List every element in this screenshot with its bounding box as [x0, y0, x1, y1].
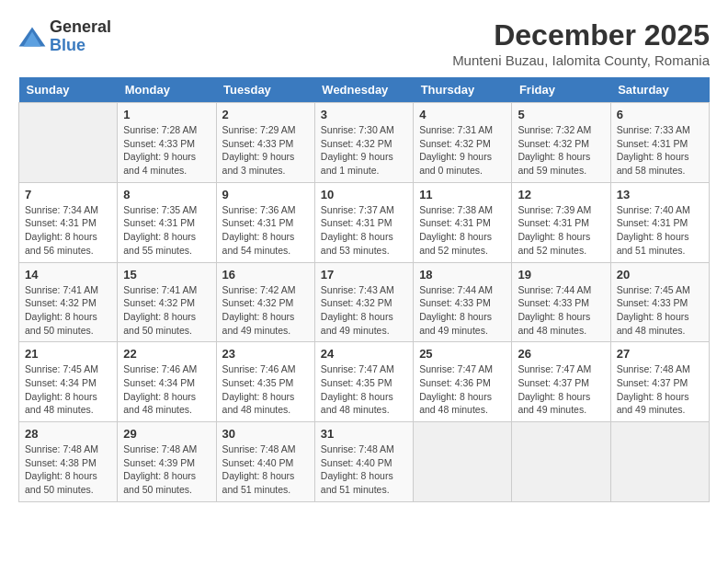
day-info: Sunrise: 7:48 AM Sunset: 4:39 PM Dayligh…	[123, 442, 210, 497]
calendar-cell: 12Sunrise: 7:39 AM Sunset: 4:31 PM Dayli…	[512, 182, 610, 262]
day-info: Sunrise: 7:46 AM Sunset: 4:34 PM Dayligh…	[123, 362, 210, 417]
calendar-table: SundayMondayTuesdayWednesdayThursdayFrid…	[18, 77, 710, 502]
header-thursday: Thursday	[414, 77, 512, 103]
day-info: Sunrise: 7:35 AM Sunset: 4:31 PM Dayligh…	[123, 203, 210, 258]
calendar-cell: 18Sunrise: 7:44 AM Sunset: 4:33 PM Dayli…	[414, 262, 512, 342]
calendar-cell: 20Sunrise: 7:45 AM Sunset: 4:33 PM Dayli…	[610, 262, 709, 342]
day-info: Sunrise: 7:33 AM Sunset: 4:31 PM Dayligh…	[617, 123, 703, 178]
calendar-cell: 17Sunrise: 7:43 AM Sunset: 4:32 PM Dayli…	[314, 262, 413, 342]
day-number: 21	[25, 347, 111, 361]
day-info: Sunrise: 7:47 AM Sunset: 4:36 PM Dayligh…	[419, 362, 506, 417]
day-number: 22	[123, 347, 210, 361]
day-info: Sunrise: 7:45 AM Sunset: 4:33 PM Dayligh…	[617, 283, 703, 338]
day-info: Sunrise: 7:45 AM Sunset: 4:34 PM Dayligh…	[25, 362, 111, 417]
calendar-cell	[414, 422, 512, 502]
calendar-cell: 1Sunrise: 7:28 AM Sunset: 4:33 PM Daylig…	[118, 103, 216, 183]
header-friday: Friday	[512, 77, 610, 103]
calendar-cell: 24Sunrise: 7:47 AM Sunset: 4:35 PM Dayli…	[314, 342, 413, 422]
day-number: 5	[518, 108, 604, 121]
day-info: Sunrise: 7:42 AM Sunset: 4:32 PM Dayligh…	[222, 283, 309, 338]
week-row-3: 21Sunrise: 7:45 AM Sunset: 4:34 PM Dayli…	[19, 342, 710, 422]
day-info: Sunrise: 7:48 AM Sunset: 4:37 PM Dayligh…	[617, 362, 703, 417]
day-number: 20	[617, 268, 703, 282]
calendar-cell: 26Sunrise: 7:47 AM Sunset: 4:37 PM Dayli…	[512, 342, 610, 422]
day-info: Sunrise: 7:31 AM Sunset: 4:32 PM Dayligh…	[419, 123, 506, 178]
day-number: 28	[25, 427, 111, 441]
calendar-cell	[610, 422, 709, 502]
day-number: 8	[123, 188, 210, 201]
day-info: Sunrise: 7:44 AM Sunset: 4:33 PM Dayligh…	[419, 283, 506, 338]
day-number: 17	[321, 268, 407, 282]
week-row-0: 1Sunrise: 7:28 AM Sunset: 4:33 PM Daylig…	[19, 103, 710, 183]
day-number: 2	[222, 108, 309, 121]
day-info: Sunrise: 7:46 AM Sunset: 4:35 PM Dayligh…	[222, 362, 309, 417]
header-monday: Monday	[118, 77, 216, 103]
day-info: Sunrise: 7:39 AM Sunset: 4:31 PM Dayligh…	[518, 203, 604, 258]
calendar-cell: 30Sunrise: 7:48 AM Sunset: 4:40 PM Dayli…	[216, 422, 314, 502]
day-info: Sunrise: 7:34 AM Sunset: 4:31 PM Dayligh…	[25, 203, 111, 258]
day-info: Sunrise: 7:44 AM Sunset: 4:33 PM Dayligh…	[518, 283, 604, 338]
calendar-cell: 5Sunrise: 7:32 AM Sunset: 4:32 PM Daylig…	[512, 103, 610, 183]
day-info: Sunrise: 7:38 AM Sunset: 4:31 PM Dayligh…	[419, 203, 506, 258]
calendar-cell: 31Sunrise: 7:48 AM Sunset: 4:40 PM Dayli…	[314, 422, 413, 502]
day-number: 25	[419, 347, 506, 361]
calendar-cell: 2Sunrise: 7:29 AM Sunset: 4:33 PM Daylig…	[216, 103, 314, 183]
day-info: Sunrise: 7:36 AM Sunset: 4:31 PM Dayligh…	[222, 203, 309, 258]
day-info: Sunrise: 7:29 AM Sunset: 4:33 PM Dayligh…	[222, 123, 309, 178]
header-wednesday: Wednesday	[314, 77, 413, 103]
day-number: 30	[222, 427, 309, 441]
calendar-cell: 19Sunrise: 7:44 AM Sunset: 4:33 PM Dayli…	[512, 262, 610, 342]
day-info: Sunrise: 7:43 AM Sunset: 4:32 PM Dayligh…	[321, 283, 407, 338]
day-info: Sunrise: 7:48 AM Sunset: 4:40 PM Dayligh…	[222, 442, 309, 497]
day-number: 14	[25, 268, 111, 282]
day-info: Sunrise: 7:47 AM Sunset: 4:37 PM Dayligh…	[518, 362, 604, 417]
day-number: 1	[123, 108, 210, 121]
week-row-1: 7Sunrise: 7:34 AM Sunset: 4:31 PM Daylig…	[19, 182, 710, 262]
day-number: 4	[419, 108, 506, 121]
header-tuesday: Tuesday	[216, 77, 314, 103]
calendar-cell: 15Sunrise: 7:41 AM Sunset: 4:32 PM Dayli…	[118, 262, 216, 342]
day-info: Sunrise: 7:28 AM Sunset: 4:33 PM Dayligh…	[123, 123, 210, 178]
calendar-header-row: SundayMondayTuesdayWednesdayThursdayFrid…	[19, 77, 710, 103]
logo-text-general: General	[50, 18, 111, 37]
calendar-cell: 23Sunrise: 7:46 AM Sunset: 4:35 PM Dayli…	[216, 342, 314, 422]
calendar-cell	[19, 103, 118, 183]
day-number: 29	[123, 427, 210, 441]
day-info: Sunrise: 7:37 AM Sunset: 4:31 PM Dayligh…	[321, 203, 407, 258]
day-number: 31	[321, 427, 407, 441]
calendar-cell: 28Sunrise: 7:48 AM Sunset: 4:38 PM Dayli…	[19, 422, 118, 502]
day-number: 13	[617, 188, 703, 201]
calendar-cell: 4Sunrise: 7:31 AM Sunset: 4:32 PM Daylig…	[414, 103, 512, 183]
day-number: 15	[123, 268, 210, 282]
calendar-cell: 22Sunrise: 7:46 AM Sunset: 4:34 PM Dayli…	[118, 342, 216, 422]
calendar-cell: 29Sunrise: 7:48 AM Sunset: 4:39 PM Dayli…	[118, 422, 216, 502]
day-number: 26	[518, 347, 604, 361]
calendar-cell: 27Sunrise: 7:48 AM Sunset: 4:37 PM Dayli…	[610, 342, 709, 422]
day-number: 18	[419, 268, 506, 282]
day-number: 6	[617, 108, 703, 121]
day-info: Sunrise: 7:30 AM Sunset: 4:32 PM Dayligh…	[321, 123, 407, 178]
week-row-4: 28Sunrise: 7:48 AM Sunset: 4:38 PM Dayli…	[19, 422, 710, 502]
week-row-2: 14Sunrise: 7:41 AM Sunset: 4:32 PM Dayli…	[19, 262, 710, 342]
calendar-cell: 10Sunrise: 7:37 AM Sunset: 4:31 PM Dayli…	[314, 182, 413, 262]
logo-text-blue: Blue	[50, 37, 111, 55]
calendar-cell: 8Sunrise: 7:35 AM Sunset: 4:31 PM Daylig…	[118, 182, 216, 262]
day-number: 10	[321, 188, 407, 201]
day-number: 24	[321, 347, 407, 361]
calendar-cell: 13Sunrise: 7:40 AM Sunset: 4:31 PM Dayli…	[610, 182, 709, 262]
header-saturday: Saturday	[610, 77, 709, 103]
calendar-cell: 7Sunrise: 7:34 AM Sunset: 4:31 PM Daylig…	[19, 182, 118, 262]
calendar-cell: 11Sunrise: 7:38 AM Sunset: 4:31 PM Dayli…	[414, 182, 512, 262]
day-info: Sunrise: 7:48 AM Sunset: 4:40 PM Dayligh…	[321, 442, 407, 497]
day-number: 27	[617, 347, 703, 361]
calendar-cell: 14Sunrise: 7:41 AM Sunset: 4:32 PM Dayli…	[19, 262, 118, 342]
calendar-cell: 6Sunrise: 7:33 AM Sunset: 4:31 PM Daylig…	[610, 103, 709, 183]
day-number: 7	[25, 188, 111, 201]
calendar-cell: 21Sunrise: 7:45 AM Sunset: 4:34 PM Dayli…	[19, 342, 118, 422]
logo-icon	[18, 26, 46, 48]
day-number: 16	[222, 268, 309, 282]
day-number: 11	[419, 188, 506, 201]
day-number: 3	[321, 108, 407, 121]
title-section: December 2025 Munteni Buzau, Ialomita Co…	[452, 18, 710, 68]
day-info: Sunrise: 7:47 AM Sunset: 4:35 PM Dayligh…	[321, 362, 407, 417]
